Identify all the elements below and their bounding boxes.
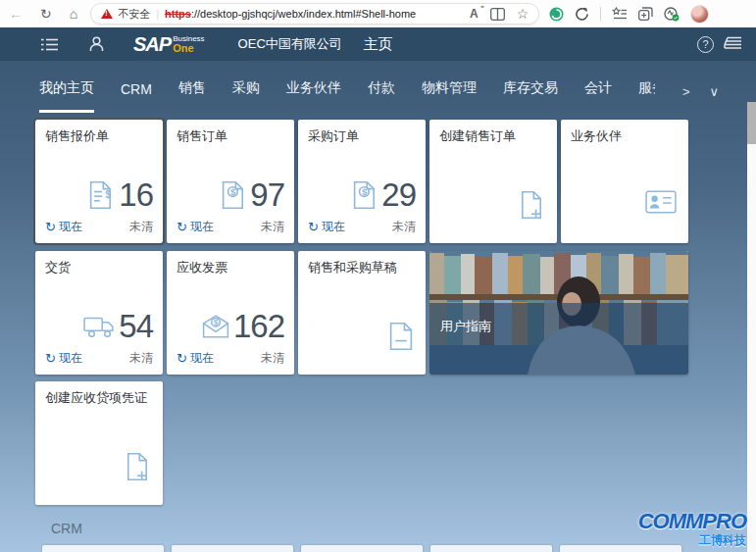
tile-count: 162 [233,308,284,345]
status-label: 未清 [392,219,416,235]
crm-section-header: CRM [51,521,82,536]
tile-title: 销售报价单 [45,128,153,144]
extension-green-icon[interactable] [549,7,564,22]
tab-crm[interactable]: CRM [121,81,152,113]
browser-toolbar: ← ↻ ⌂ 不安全 | https ://desktop-gjshqcj/web… [0,0,756,27]
toolbar-extensions [549,5,709,24]
company-name: OEC中国有限公司 [238,35,342,53]
tile-count: 97 [250,176,284,214]
tile-title: 业务伙伴 [571,128,679,144]
tile-title: 应收发票 [176,260,284,276]
tab-my-home[interactable]: 我的主页 [39,79,94,113]
read-aloud-icon[interactable]: A [470,7,479,21]
commpro-logo: COMMPRO 工博科技 [638,511,746,546]
messages-icon[interactable] [724,35,742,53]
url-text: ://desktop-gjshqcj/webx/index.html#Shell… [191,8,416,20]
tab-payments[interactable]: 付款 [368,79,395,113]
tile-user-guide[interactable]: 用户指南 [429,251,688,375]
invoice-envelope-icon: $ [202,314,229,339]
tab-purchasing[interactable]: 采购 [232,79,260,113]
draft-document-icon [388,322,414,351]
tile-count: 29 [381,176,416,214]
tile-partial[interactable] [172,545,293,552]
tab-business-partners[interactable]: 业务伙伴 [286,79,341,113]
purchase-order-icon: $ [352,180,378,210]
tile-count: 54 [119,308,153,345]
collections-icon[interactable] [612,7,628,21]
tile-refresh-icon: ↻ [45,221,56,233]
address-bar[interactable]: 不安全 | https ://desktop-gjshqcj/webx/inde… [90,3,539,25]
tile-title: 创建销售订单 [439,128,547,144]
tile-create-ar-credit-memo[interactable]: 创建应收贷项凭证 [35,381,163,505]
help-icon[interactable]: ? [697,36,714,53]
refresh-icon[interactable]: ↻ [31,7,61,21]
business-partner-card-icon [645,190,677,214]
home-icon[interactable]: ⌂ [61,7,86,21]
tile-title: 用户指南 [440,318,491,335]
tab-inventory[interactable]: 物料管理 [422,79,477,113]
status-label: 未清 [129,219,153,235]
sap-logo-text: SAP [133,33,171,56]
tile-partial[interactable] [301,545,423,552]
svg-text:$: $ [214,318,219,327]
refresh-now-button[interactable]: ↻ 现在 [176,219,214,235]
tab-sales[interactable]: 销售 [178,79,206,113]
status-label: 未清 [129,350,153,367]
security-warning-icon [101,9,113,19]
security-label: 不安全 [118,7,150,22]
tile-delivery[interactable]: 交货 54 ↻ 现在 未清 [35,251,163,375]
tile-partial[interactable] [560,545,681,552]
tile-title: 创建应收贷项凭证 [45,390,153,406]
back-icon[interactable]: ← [0,7,31,21]
tile-purchase-order[interactable]: 采购订单 $ 29 ↻ 现在 未清 [298,120,426,243]
user-icon[interactable] [77,36,116,52]
menu-list-icon[interactable] [29,38,70,51]
refresh-label: 现在 [59,219,82,235]
tab-groups-icon[interactable] [638,7,653,21]
tile-refresh-icon: ↻ [45,352,56,365]
refresh-label: 现在 [322,219,345,235]
extension-ring-icon[interactable] [575,7,589,22]
refresh-now-button[interactable]: ↻ 现在 [176,350,214,367]
tile-title: 销售和采购草稿 [308,260,416,276]
tile-partial[interactable] [430,545,552,552]
tab-stock-transactions[interactable]: 库存交易 [503,79,558,113]
create-document-icon [124,452,151,481]
profile-avatar[interactable] [690,5,709,24]
tile-create-sales-order[interactable]: 创建销售订单 [429,120,557,243]
scrollbar-thumb[interactable] [747,102,756,144]
tile-title: 交货 [45,260,153,276]
commpro-logo-subtitle: 工博科技 [638,534,746,546]
tile-sales-purchase-drafts[interactable]: 销售和采购草稿 [298,251,426,375]
refresh-label: 现在 [190,350,214,367]
delivery-truck-icon [83,314,115,339]
tile-business-partner[interactable]: 业务伙伴 [561,120,688,243]
tabs-overflow-icon[interactable]: ∨ [709,84,719,99]
sales-order-icon: $ [221,180,246,210]
refresh-now-button[interactable]: ↻ 现在 [45,219,82,235]
status-label: 未清 [261,219,284,235]
tile-partial[interactable] [42,545,164,552]
refresh-label: 现在 [59,350,82,367]
split-screen-icon[interactable] [490,8,505,21]
tile-refresh-icon: ↻ [308,221,319,233]
favorite-star-icon[interactable]: ☆ [517,6,529,22]
svg-text:$: $ [230,186,236,197]
url-scheme: https [165,8,191,20]
module-tab-bar: 我的主页 CRM 销售 采购 业务伙伴 付款 物料管理 库存交易 会计 服务 >… [0,61,756,113]
browser-essentials-icon[interactable] [664,7,680,22]
refresh-label: 现在 [190,219,214,235]
page-scrollbar[interactable] [747,102,756,552]
tile-count: 16 [119,176,153,214]
tile-sales-quotation[interactable]: 销售报价单 $ 16 ↻ 现在 未清 [35,120,163,243]
refresh-now-button[interactable]: ↻ 现在 [308,219,345,235]
refresh-now-button[interactable]: ↻ 现在 [45,350,82,367]
tile-ar-invoice[interactable]: 应收发票 $ 162 ↻ 现在 未清 [167,251,294,375]
address-divider: | [156,8,159,20]
tab-service[interactable]: 服务 [638,79,655,113]
tabs-scroll-right-icon[interactable]: > [682,84,690,99]
logo-one-text: One [173,43,204,54]
tab-accounting[interactable]: 会计 [584,79,612,113]
app-header: SAP Business One OEC中国有限公司 主页 ? [0,27,756,61]
tile-sales-order[interactable]: 销售订单 $ 97 ↻ 现在 未清 [167,120,294,243]
